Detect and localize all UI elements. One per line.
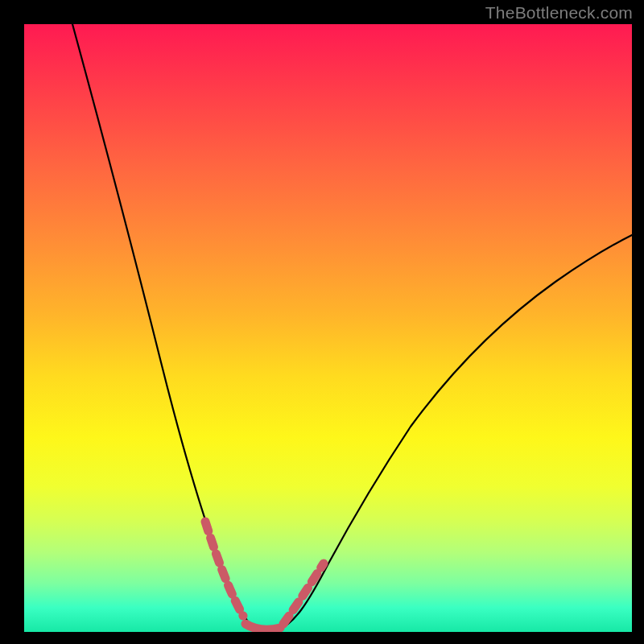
- watermark-text: TheBottleneck.com: [485, 3, 633, 23]
- chart-stage: TheBottleneck.com: [0, 0, 644, 644]
- bottleneck-curve: [72, 24, 632, 630]
- trough-marker: [246, 624, 280, 630]
- left-knee-marker: [205, 522, 243, 616]
- right-knee-marker: [283, 564, 324, 624]
- curve-layer: [24, 24, 632, 632]
- plot-area: [24, 24, 632, 632]
